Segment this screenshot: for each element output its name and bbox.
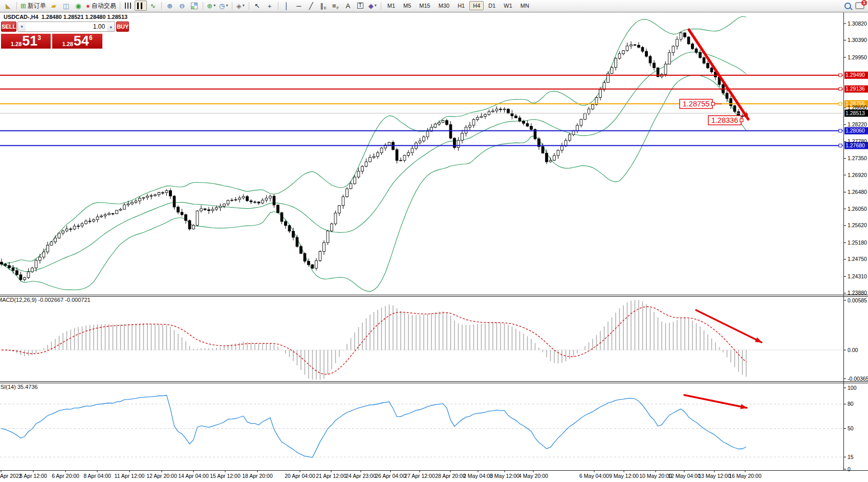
volume-input[interactable] [26, 22, 107, 31]
macd-panel [0, 300, 843, 380]
svg-text:80: 80 [848, 401, 854, 407]
clipped-icon[interactable]: ◣ [2, 1, 14, 11]
zoom-out-icon[interactable]: ⊖ [176, 1, 188, 11]
zoom-in-icon[interactable]: ⊕ [164, 1, 176, 11]
new-order-icon[interactable]: ⊞新订单 [19, 1, 48, 11]
crosshair-icon[interactable]: ＋ [264, 1, 276, 11]
zoom-out-icon-glyph: ⊖ [179, 3, 185, 9]
clipped-icon-glyph: ◣ [6, 3, 11, 9]
bar-chart-icon[interactable] [122, 1, 135, 11]
timeframe-button-W1[interactable]: W1 [500, 1, 516, 10]
one-click-trading-panel: SELL ▼ ▲ BUY 1.28 51 3 1.28 54 6 [1, 21, 102, 49]
toolbar-separator [232, 2, 232, 10]
candlesticks [1, 32, 748, 281]
notification-badge: 1 [861, 0, 867, 6]
svg-text:8 Apr 04:00: 8 Apr 04:00 [83, 473, 111, 479]
svg-text:1.25180: 1.25180 [848, 239, 867, 246]
candle-chart-icon[interactable] [135, 1, 147, 11]
svg-text:-0.003652: -0.003652 [848, 376, 868, 382]
timeframe-button-H1[interactable]: H1 [454, 1, 468, 10]
svg-text:1.26920: 1.26920 [848, 172, 867, 178]
chevron-down-icon: ▾ [213, 4, 215, 8]
macd-indicator-label: MACD(12,26,9) -0.002667 -0.000721 [0, 297, 91, 303]
sell-button[interactable]: SELL [1, 21, 16, 32]
svg-text:1.28650: 1.28650 [848, 104, 867, 111]
svg-text:27 Apr 12:00: 27 Apr 12:00 [404, 473, 435, 479]
text-icon[interactable]: A [342, 1, 354, 11]
svg-text:10 May 20:00: 10 May 20:00 [639, 473, 672, 479]
new-order-icon-glyph: ⊞ [20, 3, 26, 9]
periods-icon[interactable]: ◷▾ [218, 1, 230, 11]
svg-text:13 May 12:00: 13 May 12:00 [698, 473, 731, 479]
svg-text:1.24750: 1.24750 [848, 256, 867, 262]
templates-icon[interactable]: ◈▾ [234, 1, 247, 11]
svg-text:1.29136: 1.29136 [845, 85, 865, 92]
svg-text:1.26050: 1.26050 [848, 206, 867, 212]
panel-frames [0, 13, 868, 471]
volume-decrease-button[interactable]: ▼ [18, 22, 26, 31]
text-icon-glyph: A [345, 3, 350, 9]
svg-text:50: 50 [848, 425, 854, 431]
sell-price-sup: 3 [37, 34, 41, 41]
buy-price-box[interactable]: 1.28 54 6 [52, 34, 102, 49]
svg-text:0: 0 [848, 466, 851, 472]
templates-icon-glyph: ◈ [236, 3, 242, 9]
crosshair-icon-glyph: ＋ [266, 3, 273, 9]
svg-text:1.28336: 1.28336 [711, 116, 738, 124]
sell-price-box[interactable]: 1.28 51 3 [1, 34, 51, 49]
sell-price-big: 51 [22, 35, 37, 48]
buy-price-big: 54 [74, 35, 89, 48]
tile-windows-icon[interactable] [188, 1, 201, 11]
autotrade-icon[interactable]: ●自动交易 [84, 1, 118, 11]
svg-text:2 May 04:00: 2 May 04:00 [463, 473, 493, 479]
notifications-icon[interactable]: 1 [854, 1, 866, 11]
shapes-icon[interactable]: ◆▾ [366, 1, 379, 11]
svg-text:1.29950: 1.29950 [848, 54, 867, 60]
cursor-icon-glyph: ↖ [254, 3, 260, 9]
volume-increase-button[interactable]: ▲ [107, 22, 115, 31]
main-toolbar: ◣⊞新订单▰◫◉●自动交易∿⊕⊖⊕▾◷▾◈▾↖＋│─╱∥E≡FAT◆▾M1M5M… [0, 0, 868, 12]
svg-text:5 Apr 12:00: 5 Apr 12:00 [19, 473, 47, 479]
timeframe-button-D1[interactable]: D1 [485, 1, 499, 10]
search-icon [844, 3, 851, 9]
price-callouts[interactable]: 1.287551.28336 [680, 99, 743, 125]
chart-canvas[interactable]: 1.294901.291361.287551.285131.280601.276… [0, 0, 868, 482]
add-indicator-icon[interactable]: ⊕▾ [205, 1, 218, 11]
svg-text:11 Apr 12:00: 11 Apr 12:00 [115, 473, 145, 479]
buy-button[interactable]: BUY [116, 21, 129, 32]
periods-icon-glyph: ◷ [219, 3, 225, 9]
timeframe-button-M15[interactable]: M15 [416, 1, 433, 10]
label-icon-glyph: T [357, 3, 363, 9]
timeframe-button-M5[interactable]: M5 [400, 1, 415, 10]
toolbar-separator [120, 2, 120, 10]
fibonacci-icon-glyph: ≡ [332, 3, 336, 9]
timeframe-button-MN[interactable]: MN [517, 1, 533, 10]
channel-icon[interactable]: ∥E [317, 1, 330, 11]
timeframe-button-H4[interactable]: H4 [469, 1, 484, 10]
hline-icon[interactable]: ─ [293, 1, 305, 11]
svg-text:3 May 12:00: 3 May 12:00 [490, 473, 519, 479]
timeframe-button-M30[interactable]: M30 [435, 1, 453, 10]
svg-text:1.28060: 1.28060 [845, 127, 865, 134]
vline-icon[interactable]: │ [280, 1, 293, 11]
macd-axis: 0.005850.00-0.003652 [844, 297, 868, 382]
line-chart-icon[interactable]: ∿ [147, 1, 159, 11]
search-icon[interactable] [841, 1, 854, 11]
cursor-icon[interactable]: ↖ [251, 1, 264, 11]
fibonacci-icon[interactable]: ≡F [330, 1, 342, 11]
svg-text:12 Apr 20:00: 12 Apr 20:00 [146, 473, 177, 479]
new-order-icon-label: 新订单 [28, 3, 46, 9]
label-icon[interactable]: T [354, 1, 366, 11]
buy-price-sup: 6 [89, 34, 93, 41]
gold-icon[interactable]: ▰ [48, 1, 60, 11]
horizontal-level-lines[interactable]: 1.294901.291361.287551.285131.280601.276… [0, 72, 868, 149]
snapshot-icon[interactable]: ◫ [60, 1, 72, 11]
rsi-panel [0, 395, 843, 457]
autotrade-icon-glyph: ● [86, 3, 90, 9]
trendline-icon[interactable]: ╱ [305, 1, 317, 11]
zoom-in-icon-glyph: ⊕ [167, 3, 172, 9]
timeframe-button-M1[interactable]: M1 [384, 1, 399, 10]
signal-icon[interactable]: ◉ [72, 1, 84, 11]
gold-icon-glyph: ▰ [51, 3, 56, 9]
svg-text:1.28220: 1.28220 [848, 121, 867, 127]
